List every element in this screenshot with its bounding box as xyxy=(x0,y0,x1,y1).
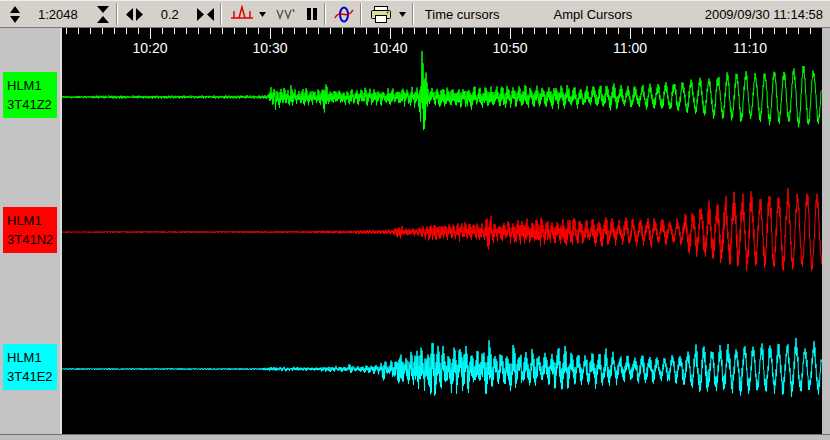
station-code: HLM1 xyxy=(7,76,57,95)
time-compress-button[interactable] xyxy=(195,7,216,22)
datetime-readout: 2009/09/30 11:14:58 xyxy=(705,7,823,22)
channel-code: 3T41Z2 xyxy=(7,95,57,114)
channel-label[interactable]: HLM1 3T41N2 xyxy=(3,207,57,253)
phase-pick-button[interactable] xyxy=(228,4,256,24)
toolbar-separator xyxy=(412,3,414,25)
caret-down-icon xyxy=(259,12,266,17)
phase-pick-dropdown[interactable] xyxy=(257,11,268,18)
filter-button[interactable] xyxy=(274,6,298,22)
ampl-cursors-toggle[interactable]: Ampl Cursors xyxy=(550,5,635,24)
waveform-plot-canvas[interactable]: 10:2010:3010:4010:5011:0011:10 xyxy=(62,28,822,434)
channel-label[interactable]: HLM1 3T41Z2 xyxy=(3,72,57,118)
print-button[interactable] xyxy=(368,5,394,24)
time-tick-label: 11:10 xyxy=(733,40,767,56)
time-tick-label: 10:50 xyxy=(492,40,527,56)
seismogram-viewer-window: 1:2048 0.2 xyxy=(0,0,830,440)
zigzag-waveform-icon xyxy=(276,7,296,21)
toolbar-separator xyxy=(220,3,222,25)
caret-down-icon xyxy=(399,12,406,17)
pause-bars-icon xyxy=(306,7,318,21)
station-code: HLM1 xyxy=(7,211,57,230)
bottom-edge-strip xyxy=(0,434,830,440)
time-cursors-toggle[interactable]: Time cursors xyxy=(422,5,503,24)
print-dropdown[interactable] xyxy=(397,11,408,18)
phase-pick-icon xyxy=(230,5,254,23)
seismogram-trace-3t41z2 xyxy=(62,51,822,130)
channel-code: 3T41E2 xyxy=(7,367,57,386)
compress-horizontal-icon xyxy=(197,8,214,21)
channel-sidebar: HLM1 3T41Z2 HLM1 3T41N2 HLM1 3T41E2 xyxy=(0,28,62,434)
right-edge-strip xyxy=(822,28,830,434)
compress-vertical-icon xyxy=(96,6,110,23)
rotate-zero-icon xyxy=(334,6,354,23)
time-tick-label: 10:20 xyxy=(132,40,167,56)
toolbar: 1:2048 0.2 xyxy=(0,0,830,28)
time-tick-label: 11:00 xyxy=(613,40,647,56)
seismogram-trace-3t41e2 xyxy=(62,338,822,397)
waveform-plot-area[interactable]: 10:2010:3010:4010:5011:0011:10 xyxy=(62,28,822,434)
time-scale-readout: 0.2 xyxy=(161,7,179,22)
pause-button[interactable] xyxy=(304,6,320,22)
up-down-triangles-icon xyxy=(8,6,22,23)
rotate-components-button[interactable] xyxy=(332,5,356,24)
station-code: HLM1 xyxy=(7,348,57,367)
toolbar-separator xyxy=(360,3,362,25)
toolbar-separator xyxy=(324,3,326,25)
amplitude-zoom-button[interactable] xyxy=(6,5,24,24)
channel-code: 3T41N2 xyxy=(7,230,57,249)
seismogram-trace-3t41n2 xyxy=(62,188,822,271)
amplitude-compress-button[interactable] xyxy=(94,5,112,24)
time-tick-label: 10:40 xyxy=(372,40,407,56)
printer-icon xyxy=(370,6,392,23)
time-tick-label: 10:30 xyxy=(252,40,287,56)
amplitude-scale-readout: 1:2048 xyxy=(38,7,78,22)
expand-horizontal-icon xyxy=(126,8,143,21)
time-expand-button[interactable] xyxy=(124,7,145,22)
channel-label[interactable]: HLM1 3T41E2 xyxy=(3,344,57,390)
toolbar-separator xyxy=(116,3,118,25)
